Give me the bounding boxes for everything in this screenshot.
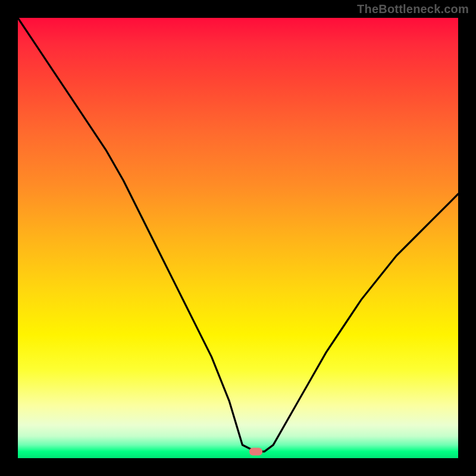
chart-frame: TheBottleneck.com — [0, 0, 476, 476]
optimal-point-marker — [249, 447, 262, 455]
curve-svg — [18, 18, 458, 458]
plot-area — [18, 18, 458, 458]
watermark-text: TheBottleneck.com — [357, 2, 469, 16]
bottleneck-curve-path — [18, 18, 458, 452]
